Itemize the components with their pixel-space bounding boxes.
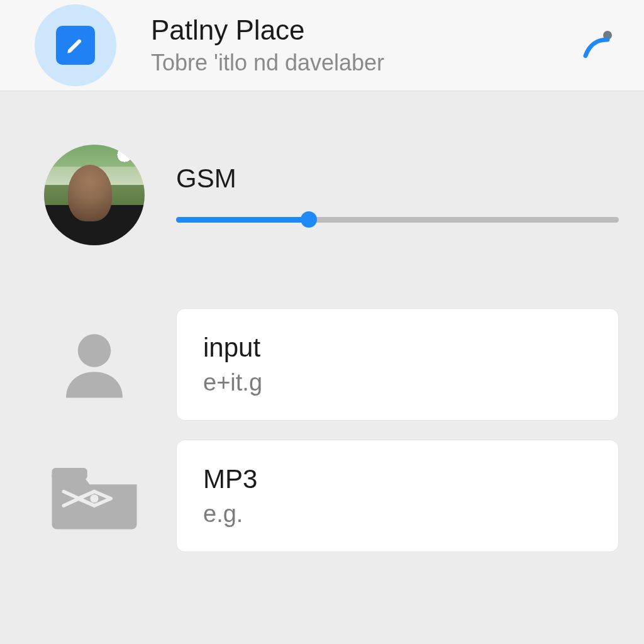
app-header: Patlny Place Tobre 'itlo nd davelaber (0, 0, 644, 91)
header-text: Patlny Place Tobre 'itlo nd davelaber (151, 14, 579, 76)
microphone-icon (581, 26, 616, 64)
page-subtitle: Tobre 'itlo nd davelaber (151, 50, 579, 76)
person-icon (44, 327, 145, 402)
folder-icon (44, 455, 145, 537)
card-title: input (203, 333, 592, 363)
svg-point-3 (90, 494, 98, 502)
mp3-card[interactable]: MP3 e.g. (176, 440, 619, 552)
slider-thumb[interactable] (301, 211, 317, 228)
page-title: Patlny Place (151, 14, 579, 46)
profile-label: GSM (176, 164, 619, 194)
profile-row: GSM (44, 145, 619, 245)
card-subtitle: e.g. (203, 501, 592, 528)
progress-slider[interactable] (176, 213, 619, 226)
header-avatar[interactable] (35, 4, 116, 86)
slider-fill (176, 217, 309, 223)
input-row: input e+it.g (44, 308, 619, 421)
card-subtitle: e+it.g (203, 369, 592, 396)
edit-icon (56, 26, 95, 65)
svg-point-1 (78, 334, 111, 367)
profile-avatar[interactable] (44, 145, 145, 245)
avatar-photo (44, 145, 145, 245)
mp3-row: MP3 e.g. (44, 440, 619, 552)
svg-rect-2 (52, 468, 87, 480)
header-action-button[interactable] (579, 25, 619, 65)
card-title: MP3 (203, 464, 592, 494)
input-card[interactable]: input e+it.g (176, 308, 619, 421)
main-content: GSM input e+it.g (0, 91, 644, 552)
